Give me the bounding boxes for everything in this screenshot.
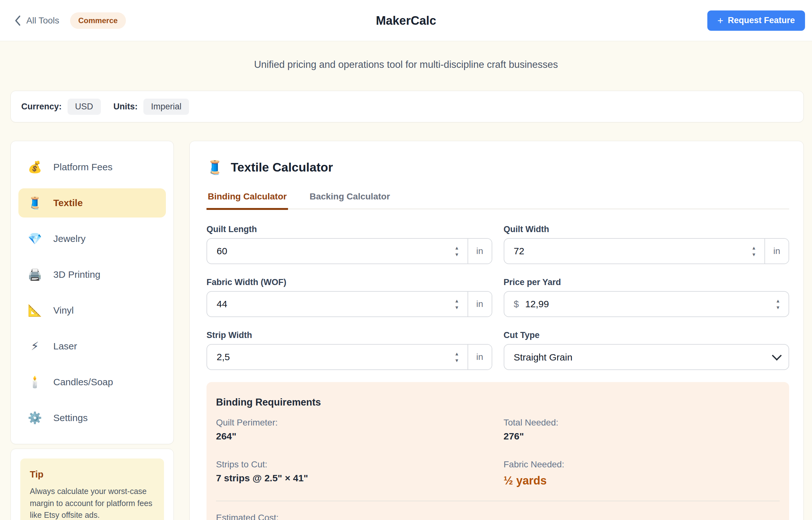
category-badge[interactable]: Commerce: [70, 12, 126, 29]
results-divider: [216, 501, 780, 501]
sidebar-item-candles-soap[interactable]: 🕯️ Candles/Soap: [18, 367, 166, 397]
sidebar-item-laser[interactable]: ⚡ Laser: [18, 332, 166, 361]
sidebar-item-label: Laser: [53, 341, 77, 352]
cut-type-label: Cut Type: [504, 330, 789, 340]
lightning-icon: ⚡: [27, 340, 43, 353]
price-per-yard-input[interactable]: [525, 299, 768, 309]
sidebar-nav-card: 💰 Platform Fees 🧵 Textile 💎 Jewelry 🖨️ 3…: [10, 141, 174, 444]
plus-icon: +: [717, 16, 724, 26]
sidebar-item-label: 3D Printing: [53, 269, 100, 280]
app-subtitle: Unified pricing and operations tool for …: [0, 59, 812, 70]
spinner-down-icon[interactable]: ▼: [752, 252, 756, 257]
strip-width-field: Strip Width ▲ ▼ in: [206, 330, 492, 370]
spinner-down-icon[interactable]: ▼: [455, 305, 459, 310]
tip-box: Tip Always calculate your worst-case mar…: [20, 459, 164, 520]
sidebar-item-settings[interactable]: ⚙️ Settings: [18, 403, 166, 433]
tab-binding-calculator[interactable]: Binding Calculator: [206, 191, 288, 210]
quilt-length-input[interactable]: [217, 246, 446, 257]
sidebar-item-label: Platform Fees: [53, 162, 112, 173]
results-title: Binding Requirements: [216, 397, 780, 408]
result-total-needed: Total Needed: 276": [504, 418, 780, 442]
spinner-down-icon[interactable]: ▼: [776, 305, 780, 310]
unit-suffix: in: [467, 239, 492, 263]
price-per-yard-field: Price per Yard $ ▲ ▼: [504, 278, 789, 317]
thread-icon: 🧵: [27, 196, 43, 210]
gem-icon: 💎: [27, 232, 43, 245]
cut-type-select[interactable]: Straight Grain: [504, 344, 789, 370]
app-header: All Tools Commerce MakerCalc + Request F…: [0, 0, 812, 41]
sidebar-item-label: Settings: [53, 413, 87, 423]
quilt-width-input[interactable]: [514, 246, 743, 257]
sidebar-item-label: Candles/Soap: [53, 377, 113, 387]
tab-backing-calculator[interactable]: Backing Calculator: [308, 191, 391, 210]
strip-width-label: Strip Width: [206, 330, 492, 340]
result-fabric-needed: Fabric Needed: ½ yards: [504, 460, 780, 487]
quilt-length-field: Quilt Length ▲ ▼ in: [206, 225, 492, 264]
spinner-up-icon[interactable]: ▲: [776, 298, 780, 303]
tip-title: Tip: [30, 469, 154, 480]
back-to-all-tools-link[interactable]: All Tools: [14, 15, 59, 26]
currency-setting: Currency: USD: [21, 99, 101, 115]
fabric-width-label: Fabric Width (WOF): [206, 278, 492, 287]
unit-suffix: in: [467, 345, 492, 369]
price-per-yard-label: Price per Yard: [504, 278, 789, 287]
sidebar-item-label: Vinyl: [53, 305, 74, 316]
thread-icon: 🧵: [206, 159, 223, 175]
request-feature-button[interactable]: + Request Feature: [707, 10, 805, 31]
unit-suffix: in: [764, 239, 789, 263]
spinner-up-icon[interactable]: ▲: [455, 245, 459, 250]
back-label: All Tools: [26, 16, 59, 26]
quilt-width-field: Quilt Width ▲ ▼ in: [504, 225, 789, 264]
calculator-title: Textile Calculator: [231, 160, 333, 174]
triangular-ruler-icon: 📐: [27, 304, 43, 317]
units-value-pill[interactable]: Imperial: [143, 99, 189, 115]
sidebar-item-platform-fees[interactable]: 💰 Platform Fees: [18, 153, 166, 182]
quilt-width-label: Quilt Width: [504, 225, 789, 234]
tip-body: Always calculate your worst-case margin …: [30, 486, 154, 520]
result-strips-to-cut: Strips to Cut: 7 strips @ 2.5" × 41": [216, 460, 492, 487]
currency-value-pill[interactable]: USD: [68, 99, 101, 115]
units-setting: Units: Imperial: [113, 99, 189, 115]
tip-card: Tip Always calculate your worst-case mar…: [10, 449, 174, 520]
printer-icon: 🖨️: [27, 268, 43, 281]
result-quilt-perimeter: Quilt Perimeter: 264": [216, 418, 492, 442]
gear-icon: ⚙️: [27, 411, 43, 424]
number-spinner[interactable]: ▲ ▼: [773, 298, 782, 310]
back-chevron-icon: [14, 15, 21, 26]
quilt-length-label: Quilt Length: [206, 225, 492, 234]
sidebar-item-jewelry[interactable]: 💎 Jewelry: [18, 224, 166, 253]
request-feature-label: Request Feature: [728, 16, 795, 25]
spinner-down-icon[interactable]: ▼: [455, 358, 459, 363]
spinner-up-icon[interactable]: ▲: [752, 245, 756, 250]
estimated-cost-label: Estimated Cost:: [216, 513, 780, 520]
fabric-width-input[interactable]: [217, 299, 446, 309]
sidebar-item-label: Jewelry: [53, 233, 86, 244]
calculator-tabs: Binding Calculator Backing Calculator: [206, 191, 789, 209]
number-spinner[interactable]: ▲ ▼: [453, 351, 461, 363]
spinner-up-icon[interactable]: ▲: [455, 351, 459, 356]
cut-type-field: Cut Type Straight Grain: [504, 330, 789, 370]
textile-calculator-panel: 🧵 Textile Calculator Binding Calculator …: [189, 141, 804, 520]
money-bag-icon: 💰: [27, 160, 43, 174]
binding-requirements-box: Binding Requirements Quilt Perimeter: 26…: [206, 382, 789, 520]
spinner-down-icon[interactable]: ▼: [455, 252, 459, 257]
number-spinner[interactable]: ▲ ▼: [453, 298, 461, 310]
sidebar-item-vinyl[interactable]: 📐 Vinyl: [18, 296, 166, 325]
candle-icon: 🕯️: [27, 375, 43, 389]
sidebar-item-textile[interactable]: 🧵 Textile: [18, 188, 166, 217]
dollar-prefix: $: [514, 299, 519, 309]
units-label: Units:: [113, 102, 138, 112]
sidebar-item-label: Textile: [53, 198, 83, 208]
strip-width-input[interactable]: [217, 352, 446, 362]
sidebar-item-3d-printing[interactable]: 🖨️ 3D Printing: [18, 260, 166, 289]
spinner-up-icon[interactable]: ▲: [455, 298, 459, 303]
settings-bar: Currency: USD Units: Imperial: [10, 91, 804, 122]
currency-label: Currency:: [21, 102, 62, 112]
sidebar: 💰 Platform Fees 🧵 Textile 💎 Jewelry 🖨️ 3…: [10, 141, 174, 520]
fabric-width-field: Fabric Width (WOF) ▲ ▼ in: [206, 278, 492, 317]
unit-suffix: in: [467, 292, 492, 316]
number-spinner[interactable]: ▲ ▼: [750, 245, 758, 257]
page-title: MakerCalc: [376, 14, 436, 27]
number-spinner[interactable]: ▲ ▼: [453, 245, 461, 257]
